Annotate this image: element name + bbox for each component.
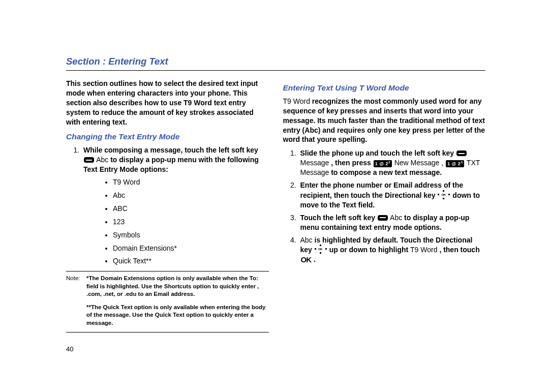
right-column: Entering Text Using T Word Mode T9 Word … xyxy=(283,79,486,354)
note-block: Note: *The Domain Extensions option is o… xyxy=(66,275,269,327)
intro-body: recognizes the most commonly used word f… xyxy=(283,97,485,144)
left-column: This section outlines how to select the … xyxy=(66,79,269,354)
mode-option: Abc xyxy=(113,191,269,200)
s4-abc: Abc xyxy=(300,236,313,244)
step1-part-c: to display a pop-up menu with the follow… xyxy=(83,156,259,173)
right-step-3: Touch the left soft key Abc to display a… xyxy=(298,213,486,232)
manual-page: Section : Entering Text This section out… xyxy=(0,0,549,392)
s4-f: . xyxy=(314,255,316,263)
intro-text: This section outlines how to select the … xyxy=(66,79,269,127)
mode-option: Quick Text** xyxy=(113,256,269,266)
s1-a: Slide the phone up and touch the left so… xyxy=(300,149,454,157)
note-text-1: *The Domain Extensions option is only av… xyxy=(86,275,269,298)
two-column-layout: This section outlines how to select the … xyxy=(66,79,485,354)
softkey-icon xyxy=(84,157,94,163)
mode-options-list: T9 Word Abc ABC 123 Symbols Domain Exten… xyxy=(83,177,269,266)
s4-c: up or down to highlight xyxy=(329,246,410,254)
section-title: Section : Entering Text xyxy=(66,56,485,67)
mode-option: Domain Extensions* xyxy=(113,244,269,253)
menu-key-icon: 1 @ 23 xyxy=(374,160,392,167)
right-intro: T9 Word recognizes the most commonly use… xyxy=(283,97,486,144)
left-steps-list: While composing a message, touch the lef… xyxy=(66,145,269,266)
subhead-changing-mode: Changing the Text Entry Mode xyxy=(66,132,269,142)
directional-key-icon: OK xyxy=(315,245,327,254)
right-step-4: Abc is highlighted by default. Touch the… xyxy=(298,235,486,265)
s4-e: , then touch xyxy=(439,246,479,254)
subhead-t9word: Entering Text Using T Word Mode xyxy=(283,83,486,94)
softkey-icon xyxy=(456,150,467,156)
ok-icon: OK xyxy=(301,255,312,265)
note-text-2: **The Quick Text option is only availabl… xyxy=(86,304,269,327)
mode-option: T9 Word xyxy=(113,177,269,187)
s1-b: , then press xyxy=(331,159,373,167)
right-step-2: Enter the phone number or Email address … xyxy=(298,180,486,210)
mode-option: 123 xyxy=(113,217,269,227)
s3-abc: Abc xyxy=(390,214,402,222)
step1-abc: Abc xyxy=(96,156,108,164)
note-label: Note: xyxy=(66,275,83,327)
right-steps-list: Slide the phone up and touch the left so… xyxy=(283,148,486,265)
s1-newmsg: New Message , xyxy=(394,159,445,167)
mode-option: Symbols xyxy=(113,230,269,240)
directional-key-icon: OK xyxy=(438,190,450,199)
step1-part-a: While composing a message, touch the lef… xyxy=(83,146,258,154)
s1-message: Message xyxy=(300,159,329,167)
s4-t9: T9 Word xyxy=(410,246,437,254)
menu-key-icon: 1 @ 23 xyxy=(446,160,464,167)
s1-c: to compose a new text message. xyxy=(331,168,442,176)
right-step-1: Slide the phone up and touch the left so… xyxy=(298,148,486,177)
divider xyxy=(66,332,269,333)
page-number: 40 xyxy=(66,345,269,354)
divider xyxy=(66,271,269,272)
s3-a: Touch the left soft key xyxy=(300,214,376,222)
divider xyxy=(66,70,485,71)
t9word-label: T9 Word xyxy=(283,97,310,105)
left-step-1: While composing a message, touch the lef… xyxy=(81,145,269,266)
mode-option: ABC xyxy=(113,204,269,214)
softkey-icon xyxy=(378,215,388,221)
